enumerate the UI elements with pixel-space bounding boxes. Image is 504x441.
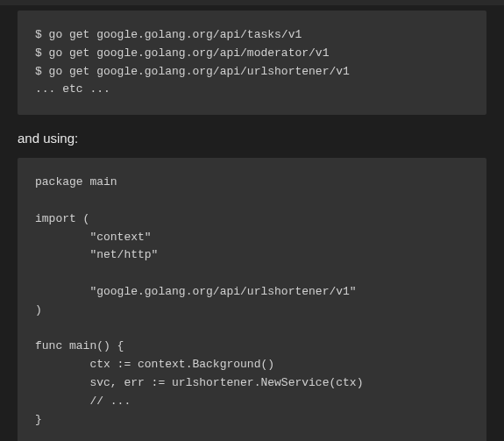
shell-code-block: $ go get google.golang.org/api/tasks/v1 …	[18, 11, 486, 115]
header-strip	[0, 0, 504, 5]
prose-text: and using:	[18, 131, 486, 146]
document-container: $ go get google.golang.org/api/tasks/v1 …	[0, 0, 504, 441]
go-code-block: package main import ( "context" "net/htt…	[18, 158, 486, 441]
